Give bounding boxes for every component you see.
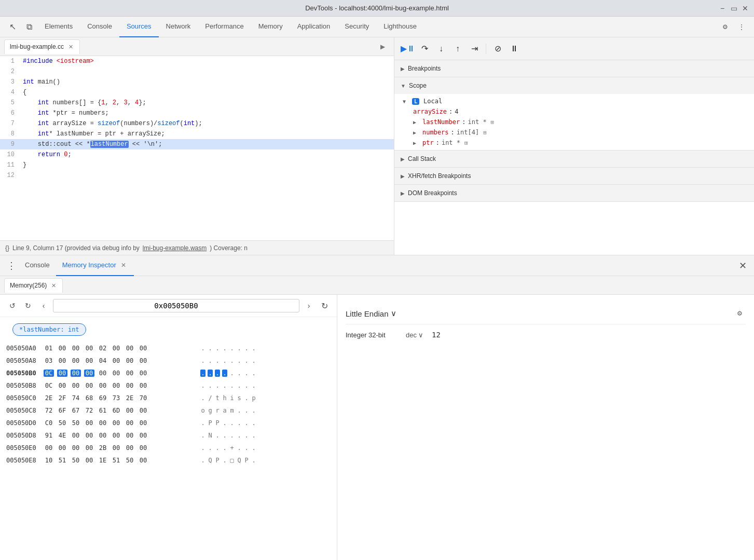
memory-prev-button[interactable]: ‹ xyxy=(37,299,50,312)
bottom-section: ⋮ Console Memory Inspector ✕ ✕ Memory(25… xyxy=(0,255,754,560)
tab-lighthouse[interactable]: Lighthouse xyxy=(376,17,424,37)
memory-row-e0: 005050E0 00000000 2B000000 .... +... xyxy=(2,442,335,454)
tab-application[interactable]: Application xyxy=(290,17,338,37)
step-over-button[interactable]: ↷ xyxy=(417,42,432,56)
scope-item-ptr[interactable]: ▶ ptr: int * ⊞ xyxy=(394,138,754,148)
memory-hex-table: 005050A0 01000000 02000000 .... .... xyxy=(0,342,337,560)
memory-row-d0: 005050D0 C0505000 00000000 .PP. .... xyxy=(2,417,335,429)
xhr-section: ▶ XHR/fetch Breakpoints xyxy=(394,168,754,185)
memory-value-panel: Little Endian ∨ ⚙ Integer 32-bit dec ∨ 1… xyxy=(337,295,754,560)
callstack-section: ▶ Call Stack xyxy=(394,151,754,168)
xhr-label: XHR/fetch Breakpoints xyxy=(408,172,471,180)
code-line-10: 10 return 0; xyxy=(0,149,394,160)
titlebar-controls: − ▭ ✕ xyxy=(719,5,749,12)
drawer-tab-console[interactable]: Console xyxy=(19,255,56,276)
memory-tab-active[interactable]: Memory(256) ✕ xyxy=(4,278,63,293)
value-format-select[interactable]: dec ∨ xyxy=(406,331,423,339)
code-line-11: 11 } xyxy=(0,160,394,170)
scope-item-arraysize[interactable]: arraySize: 4 xyxy=(394,106,754,117)
callstack-header[interactable]: ▶ Call Stack xyxy=(394,151,754,167)
main-tabbar: ↖ ⧉ Elements Console Sources Network Per… xyxy=(0,17,754,37)
memory-nav: ↺ ↻ ‹ › ↻ xyxy=(0,295,337,317)
close-button[interactable]: ✕ xyxy=(742,5,749,12)
memory-forward-button[interactable]: ↻ xyxy=(22,299,34,312)
endian-select[interactable]: Little Endian ∨ xyxy=(346,309,396,318)
tab-network[interactable]: Network xyxy=(159,17,198,37)
endian-settings-icon[interactable]: ⚙ xyxy=(733,307,746,320)
memory-variable-label: *lastNumber: int xyxy=(12,323,86,336)
memory-panel: ↺ ↻ ‹ › ↻ *lastNumber: int 005050A0 xyxy=(0,295,754,560)
code-line-3: 3 int main() xyxy=(0,77,394,87)
breakpoints-header[interactable]: ▶ Breakpoints xyxy=(394,60,754,77)
settings-icon[interactable]: ⚙ xyxy=(717,19,733,35)
code-line-6: 6 int *ptr = numbers; xyxy=(0,108,394,118)
resume-button[interactable]: ▶⏸ xyxy=(401,42,415,56)
tab-performance[interactable]: Performance xyxy=(198,17,251,37)
memory-tab-close-icon[interactable]: ✕ xyxy=(50,282,57,289)
tab-console[interactable]: Console xyxy=(80,17,119,37)
memory-back-button[interactable]: ↺ xyxy=(6,299,19,312)
scope-section: ▼ Scope ▼ L Local arraySize: 4 xyxy=(394,77,754,151)
code-line-8: 8 int* lastNumber = ptr + arraySize; xyxy=(0,129,394,139)
value-format-chevron-icon: ∨ xyxy=(418,331,423,339)
scope-item-numbers[interactable]: ▶ numbers: int[4] ⊞ xyxy=(394,127,754,138)
memory-address-input[interactable] xyxy=(53,299,299,312)
memory-hex-panel: ↺ ↻ ‹ › ↻ *lastNumber: int 005050A0 xyxy=(0,295,337,560)
tab-sources[interactable]: Sources xyxy=(119,17,159,37)
callstack-arrow-icon: ▶ xyxy=(401,156,405,162)
memory-row-c8: 005050C8 726F6772 616D0000 ogra m... xyxy=(2,404,335,417)
drawer-menu-icon[interactable]: ⋮ xyxy=(4,258,19,273)
dom-arrow-icon: ▶ xyxy=(401,190,405,196)
main-container: lmi-bug-example.cc ✕ ▶ 1 #include <iostr… xyxy=(0,37,754,560)
tab-elements[interactable]: Elements xyxy=(37,17,80,37)
breakpoints-section: ▶ Breakpoints xyxy=(394,60,754,77)
breakpoints-arrow-icon: ▶ xyxy=(401,66,405,72)
layers-icon[interactable]: ⧉ xyxy=(21,19,37,35)
scope-item-lastnumber[interactable]: ▶ lastNumber: int * ⊞ xyxy=(394,117,754,127)
cursor-icon[interactable]: ↖ xyxy=(4,19,21,35)
callstack-label: Call Stack xyxy=(408,155,436,162)
deactivate-breakpoints-button[interactable]: ⊘ xyxy=(490,42,505,56)
endian-chevron-icon: ∨ xyxy=(391,309,396,318)
run-snippet-icon[interactable]: ▶ xyxy=(375,39,390,54)
source-panel: lmi-bug-example.cc ✕ ▶ 1 #include <iostr… xyxy=(0,37,394,255)
wasm-link[interactable]: lmi-bug-example.wasm xyxy=(143,244,207,252)
step-button[interactable]: ⇥ xyxy=(467,42,482,56)
restore-button[interactable]: ▭ xyxy=(730,5,737,12)
more-options-icon[interactable]: ⋮ xyxy=(733,19,750,35)
drawer-close-icon[interactable]: ✕ xyxy=(735,258,750,273)
file-tab-close-icon[interactable]: ✕ xyxy=(67,43,74,50)
drawer-tab-memory-close-icon[interactable]: ✕ xyxy=(119,261,128,269)
memory-next-button[interactable]: › xyxy=(303,299,315,312)
scope-header[interactable]: ▼ Scope xyxy=(394,77,754,94)
top-section: lmi-bug-example.cc ✕ ▶ 1 #include <iostr… xyxy=(0,37,754,255)
pause-on-exceptions-button[interactable]: ⏸ xyxy=(507,42,522,56)
file-tab-name: lmi-bug-example.cc xyxy=(10,43,64,50)
step-into-button[interactable]: ↓ xyxy=(434,42,448,56)
value-row-int32: Integer 32-bit dec ∨ 12 xyxy=(346,331,746,339)
code-line-12: 12 xyxy=(0,170,394,181)
memory-row-b0: 005050B0 0C000000 00000000 .... .... xyxy=(2,367,335,379)
debug-toolbar: ▶⏸ ↷ ↓ ↑ ⇥ ⊘ ⏸ xyxy=(394,37,754,60)
titlebar: DevTools - localhost:4000/lmi-bug-exampl… xyxy=(0,0,754,17)
code-line-5: 5 int numbers[] = {1, 2, 3, 4}; xyxy=(0,98,394,108)
tab-memory[interactable]: Memory xyxy=(251,17,290,37)
memory-refresh-icon[interactable]: ↻ xyxy=(318,299,331,312)
tab-security[interactable]: Security xyxy=(337,17,376,37)
drawer-tab-console-label: Console xyxy=(25,261,50,269)
code-editor[interactable]: 1 #include <iostream> 2 3 int main() 4 { xyxy=(0,56,394,240)
code-line-7: 7 int arraySize = sizeof(numbers)/sizeof… xyxy=(0,118,394,129)
dom-header[interactable]: ▶ DOM Breakpoints xyxy=(394,185,754,201)
file-tab-active[interactable]: lmi-bug-example.cc ✕ xyxy=(4,39,80,54)
xhr-header[interactable]: ▶ XHR/fetch Breakpoints xyxy=(394,168,754,184)
status-text: Line 9, Column 17 (provided via debug in… xyxy=(12,244,140,252)
local-label: Local xyxy=(423,98,442,105)
value-format-label: dec xyxy=(406,331,417,339)
minimize-button[interactable]: − xyxy=(719,5,726,12)
scope-local-header[interactable]: ▼ L Local xyxy=(394,96,754,106)
code-line-9: 9 std::cout << *lastNumber << '\n'; xyxy=(0,139,394,149)
drawer-tab-memory-inspector[interactable]: Memory Inspector ✕ xyxy=(56,255,134,276)
endian-label: Little Endian xyxy=(346,309,389,318)
file-tabs: lmi-bug-example.cc ✕ ▶ xyxy=(0,37,394,56)
step-out-button[interactable]: ↑ xyxy=(450,42,465,56)
